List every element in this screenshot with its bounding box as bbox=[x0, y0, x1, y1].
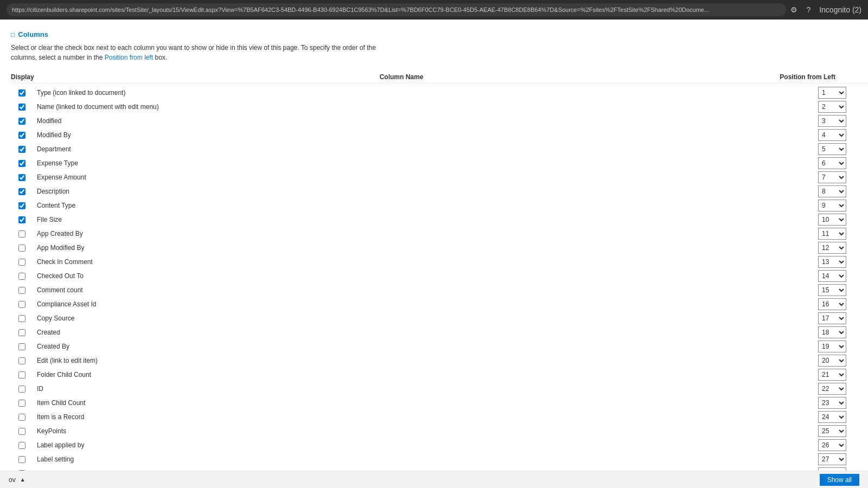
position-select[interactable]: 1234567891011121314151617181920212223242… bbox=[818, 242, 846, 254]
position-select[interactable]: 1234567891011121314151617181920212223242… bbox=[818, 453, 846, 465]
display-checkbox[interactable] bbox=[18, 216, 25, 223]
display-checkbox[interactable] bbox=[18, 160, 25, 167]
display-checkbox[interactable] bbox=[18, 386, 25, 393]
table-row: Expense Amount12345678910111213141516171… bbox=[11, 170, 868, 184]
position-select[interactable]: 1234567891011121314151617181920212223242… bbox=[818, 157, 846, 169]
help-icon[interactable]: ? bbox=[806, 5, 810, 14]
position-cell: 1234567891011121314151617181920212223242… bbox=[770, 143, 868, 155]
bottom-left-area: ov ▲ bbox=[9, 476, 25, 484]
settings-icon[interactable]: ⚙ bbox=[790, 5, 797, 14]
column-name-label: Check In Comment bbox=[33, 258, 770, 266]
display-checkbox[interactable] bbox=[18, 287, 25, 294]
table-row: Label setting123456789101112131415161718… bbox=[11, 452, 868, 466]
column-name-label: Content Type bbox=[33, 202, 770, 209]
display-checkbox[interactable] bbox=[18, 174, 25, 181]
position-select[interactable]: 1234567891011121314151617181920212223242… bbox=[818, 115, 846, 127]
display-checkbox[interactable] bbox=[18, 428, 25, 435]
position-select[interactable]: 1234567891011121314151617181920212223242… bbox=[818, 341, 846, 352]
display-checkbox[interactable] bbox=[18, 273, 25, 280]
display-checkbox[interactable] bbox=[18, 230, 25, 237]
url-bar[interactable]: https://citizenbuilders.sharepoint.com/s… bbox=[7, 3, 786, 16]
page-content: □ Columns Select or clear the check box … bbox=[0, 20, 868, 488]
position-select[interactable]: 1234567891011121314151617181920212223242… bbox=[818, 214, 846, 226]
collapse-icon[interactable]: □ bbox=[11, 31, 15, 38]
position-select[interactable]: 1234567891011121314151617181920212223242… bbox=[818, 200, 846, 211]
position-cell: 1234567891011121314151617181920212223242… bbox=[770, 256, 868, 268]
table-row: Expense Type1234567891011121314151617181… bbox=[11, 156, 868, 170]
display-checkbox[interactable] bbox=[18, 442, 25, 449]
display-checkbox[interactable] bbox=[18, 259, 25, 266]
display-checkbox[interactable] bbox=[18, 456, 25, 463]
table-row: Checked Out To12345678910111213141516171… bbox=[11, 269, 868, 283]
header-column-name: Column Name bbox=[33, 73, 770, 81]
display-checkbox[interactable] bbox=[18, 188, 25, 195]
position-select[interactable]: 1234567891011121314151617181920212223242… bbox=[818, 129, 846, 141]
checkbox-cell bbox=[11, 400, 33, 407]
position-select[interactable]: 1234567891011121314151617181920212223242… bbox=[818, 228, 846, 240]
desc-end: box. bbox=[155, 54, 167, 61]
column-name-label: App Modified By bbox=[33, 244, 770, 252]
position-select[interactable]: 1234567891011121314151617181920212223242… bbox=[818, 355, 846, 367]
position-select[interactable]: 1234567891011121314151617181920212223242… bbox=[818, 397, 846, 409]
display-checkbox[interactable] bbox=[18, 245, 25, 252]
position-select[interactable]: 1234567891011121314151617181920212223242… bbox=[818, 298, 846, 310]
table-row: Item is a Record123456789101112131415161… bbox=[11, 410, 868, 424]
chevron-up-icon[interactable]: ▲ bbox=[20, 477, 25, 483]
column-name-label: Type (icon linked to document) bbox=[33, 89, 770, 97]
position-select[interactable]: 1234567891011121314151617181920212223242… bbox=[818, 439, 846, 451]
section-description: Select or clear the check box next to ea… bbox=[11, 43, 391, 62]
column-name-label: Edit (link to edit item) bbox=[33, 357, 770, 364]
position-select[interactable]: 1234567891011121314151617181920212223242… bbox=[818, 369, 846, 381]
position-cell: 1234567891011121314151617181920212223242… bbox=[770, 369, 868, 381]
checkbox-cell bbox=[11, 160, 33, 167]
display-checkbox[interactable] bbox=[18, 301, 25, 308]
display-checkbox[interactable] bbox=[18, 89, 25, 97]
show-all-button[interactable]: Show all bbox=[820, 474, 859, 486]
display-checkbox[interactable] bbox=[18, 329, 25, 336]
position-cell: 1234567891011121314151617181920212223242… bbox=[770, 242, 868, 254]
table-row: Created123456789101112131415161718192021… bbox=[11, 325, 868, 339]
column-name-label: Folder Child Count bbox=[33, 371, 770, 378]
position-select[interactable]: 1234567891011121314151617181920212223242… bbox=[818, 312, 846, 324]
position-select[interactable]: 1234567891011121314151617181920212223242… bbox=[818, 185, 846, 197]
position-cell: 1234567891011121314151617181920212223242… bbox=[770, 425, 868, 437]
position-select[interactable]: 1234567891011121314151617181920212223242… bbox=[818, 383, 846, 395]
position-select[interactable]: 1234567891011121314151617181920212223242… bbox=[818, 411, 846, 423]
display-checkbox[interactable] bbox=[18, 357, 25, 364]
columns-table: Display Column Name Position from Left T… bbox=[11, 71, 868, 488]
display-checkbox[interactable] bbox=[18, 202, 25, 209]
position-select[interactable]: 1234567891011121314151617181920212223242… bbox=[818, 101, 846, 113]
position-from-left-link[interactable]: Position from left bbox=[105, 54, 153, 61]
display-checkbox[interactable] bbox=[18, 146, 25, 153]
position-select[interactable]: 1234567891011121314151617181920212223242… bbox=[818, 326, 846, 338]
section-header: □ Columns bbox=[11, 30, 868, 38]
display-checkbox[interactable] bbox=[18, 414, 25, 421]
display-checkbox[interactable] bbox=[18, 104, 25, 111]
position-select[interactable]: 1234567891011121314151617181920212223242… bbox=[818, 87, 846, 99]
checkbox-cell bbox=[11, 259, 33, 266]
position-select[interactable]: 1234567891011121314151617181920212223242… bbox=[818, 143, 846, 155]
checkbox-cell bbox=[11, 456, 33, 463]
table-row: Description12345678910111213141516171819… bbox=[11, 184, 868, 198]
table-row: Modified By12345678910111213141516171819… bbox=[11, 128, 868, 142]
position-select[interactable]: 1234567891011121314151617181920212223242… bbox=[818, 425, 846, 437]
column-name-label: ID bbox=[33, 385, 770, 393]
table-row: App Modified By1234567891011121314151617… bbox=[11, 241, 868, 255]
table-row: Modified12345678910111213141516171819202… bbox=[11, 114, 868, 128]
position-select[interactable]: 1234567891011121314151617181920212223242… bbox=[818, 171, 846, 183]
bottom-bar: ov ▲ Show all bbox=[0, 471, 868, 488]
position-select[interactable]: 1234567891011121314151617181920212223242… bbox=[818, 256, 846, 268]
header-display: Display bbox=[11, 73, 33, 81]
display-checkbox[interactable] bbox=[18, 343, 25, 350]
position-cell: 1234567891011121314151617181920212223242… bbox=[770, 312, 868, 324]
display-checkbox[interactable] bbox=[18, 132, 25, 139]
display-checkbox[interactable] bbox=[18, 371, 25, 378]
position-cell: 1234567891011121314151617181920212223242… bbox=[770, 397, 868, 409]
column-name-label: Expense Type bbox=[33, 159, 770, 167]
display-checkbox[interactable] bbox=[18, 118, 25, 125]
display-checkbox[interactable] bbox=[18, 315, 25, 322]
position-select[interactable]: 1234567891011121314151617181920212223242… bbox=[818, 270, 846, 282]
display-checkbox[interactable] bbox=[18, 400, 25, 407]
position-cell: 1234567891011121314151617181920212223242… bbox=[770, 326, 868, 338]
position-select[interactable]: 1234567891011121314151617181920212223242… bbox=[818, 284, 846, 296]
